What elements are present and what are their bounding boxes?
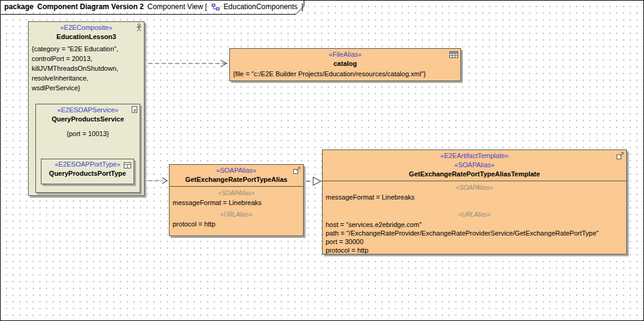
diagram-canvas[interactable]: package Component Diagram Version 2 Comp… (0, 0, 644, 321)
property-line: host = "services.e2ebridge.com" (323, 220, 626, 229)
node-education-lesson3[interactable]: «E2EComposite» EducationLesson3 {categor… (28, 21, 145, 196)
node-query-products-port-type[interactable]: «E2ESOAPPortType» QueryProductsPortType (41, 159, 134, 184)
property-line: messageFormat = Linebreaks (170, 198, 303, 207)
section-label-urlalias: «URLAlias» (323, 211, 626, 218)
stereotype-label: «SOAPAlias» (323, 161, 626, 170)
node-query-products-service[interactable]: «E2ESOAPService» QueryProductsService a … (35, 104, 140, 193)
property-line: controlPort = 20013, (32, 54, 141, 63)
stereotype-label: «E2ESOAPService» (36, 104, 140, 115)
property-line: messageFormat = Linebreaks (323, 193, 626, 201)
property-line: {category = "E2E Education", (32, 44, 141, 54)
property-line: killJVMThreadsOnShutdown, (32, 63, 141, 73)
edge-lesson-to-catalog[interactable] (148, 60, 227, 67)
property-line: protocol = http (170, 220, 303, 228)
e2esoapservice-icon: a (130, 106, 138, 117)
stereotype-label: «E2EComposite» (29, 22, 144, 32)
node-title: GetExchangeRatePortTypeAliasTemplate (323, 170, 626, 178)
section-label-soapalias: «SOAPAlias» (323, 184, 626, 192)
filealias-icon (449, 50, 459, 61)
node-title: QueryProductsPortType (41, 169, 134, 178)
property-line: {file = "c:/E2E Builder Projects/Educati… (230, 70, 460, 78)
svg-text:a: a (134, 107, 137, 113)
property-line: resolveInheritance, (32, 73, 141, 83)
e2eartifacttemplate-icon (616, 151, 624, 162)
node-title: GetExchangeRatePortTypeAlias (170, 175, 303, 184)
section-label-soapalias: «SOAPAlias» (170, 189, 303, 197)
open-arrowhead (162, 178, 167, 184)
node-get-exchange-rate-port-type-alias-template[interactable]: «E2EArtifactTemplate» «SOAPAlias» GetExc… (322, 150, 627, 254)
property-line: wsdlPerService} (32, 83, 141, 93)
stereotype-label: «E2EArtifactTemplate» (323, 150, 626, 161)
stereotype-label: «FileAlias» (230, 49, 460, 59)
property-line: {port = 10013} (36, 129, 140, 138)
hollow-triangle-arrowhead (313, 178, 321, 186)
node-title: EducationLesson3 (29, 32, 144, 41)
edge-alias-to-template[interactable] (306, 178, 321, 186)
property-line: port = 30000 (323, 237, 626, 246)
node-catalog[interactable]: «FileAlias» catalog {file = "c:/E2E Buil… (229, 48, 461, 81)
section-label-urlalias: «URLAlias» (170, 211, 303, 218)
stereotype-label: «E2ESOAPPortType» (41, 159, 134, 169)
node-title: QueryProductsService (36, 115, 140, 123)
edge-porttype-to-alias[interactable] (148, 178, 167, 184)
node-get-exchange-rate-port-type-alias[interactable]: «SOAPAlias» GetExchangeRatePortTypeAlias… (169, 164, 304, 236)
node-title: catalog (230, 59, 460, 68)
e2esoapporttype-icon (123, 161, 132, 171)
e2ecomposite-icon (134, 23, 142, 35)
soapalias-icon (293, 166, 301, 177)
property-line: protocol = http (323, 246, 626, 254)
property-line: path = "/ExchangeRateProvider/ExchangeRa… (323, 229, 626, 237)
stereotype-label: «SOAPAlias» (170, 165, 303, 175)
